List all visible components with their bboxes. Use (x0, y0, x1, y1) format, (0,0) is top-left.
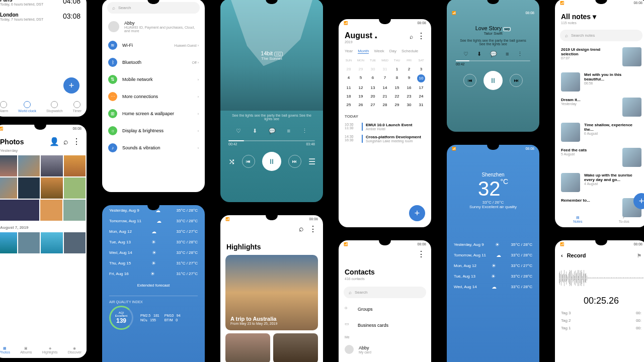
calendar-day[interactable]: 29 (391, 101, 403, 109)
weather-day-row[interactable]: Mon, Aug 12☁33°C / 27°C (102, 226, 205, 237)
month-title[interactable]: August (345, 31, 372, 40)
add-event-button[interactable]: + (409, 205, 425, 221)
note-item[interactable]: Dream it...Yesterday (555, 95, 644, 120)
more-icon[interactable]: ⋮ (72, 137, 80, 146)
calendar-day[interactable]: 12 (355, 83, 367, 92)
calendar-day[interactable]: 15 (391, 83, 403, 92)
calendar-day[interactable]: 26 (355, 101, 367, 109)
calendar-day[interactable]: 28 (343, 65, 355, 73)
playlist-icon[interactable]: ☰ (308, 157, 315, 166)
calendar-day[interactable]: 13 (367, 83, 379, 92)
more-icon[interactable]: ⋮ (309, 224, 317, 234)
thumbnail[interactable] (225, 333, 270, 362)
groups-row[interactable]: ⌾Groups (339, 301, 431, 317)
thumbnail[interactable] (64, 177, 86, 199)
event-row[interactable]: 10:3011:30EMUI 10.0 Launch EventAmber Ho… (339, 121, 431, 133)
weather-day-row[interactable]: Tue, Aug 13☀33°C / 28°C (102, 237, 205, 247)
weather-day-row[interactable]: Tomorrow, Aug 11☁33°C / 28°C (102, 216, 205, 226)
thumbnail[interactable] (0, 232, 17, 253)
thumbnail[interactable] (18, 177, 40, 199)
calendar-day[interactable]: 20 (367, 92, 379, 101)
calendar-day[interactable]: 31 (379, 65, 391, 73)
tab-year[interactable]: Year (345, 49, 353, 54)
notes-title[interactable]: All notes ▾ (561, 13, 596, 21)
calendar-day[interactable]: 27 (367, 101, 379, 109)
weather-day-row[interactable]: Mon, Aug 12☀33°C / 27°C (447, 260, 539, 271)
notes-search[interactable]: Search notes (560, 30, 642, 41)
people-icon[interactable]: 👤 (49, 137, 59, 146)
calendar-day[interactable]: 24 (415, 92, 427, 101)
tab-alarm[interactable]: Alarm (0, 101, 8, 113)
tab-notes[interactable]: ▤Notes (573, 216, 582, 223)
contacts-search[interactable]: Search (344, 287, 426, 298)
weather-day-row[interactable]: Tomorrow, Aug 11☁33°C / 28°C (447, 250, 539, 260)
thumbnail[interactable] (273, 333, 318, 362)
settings-row[interactable]: ⊞Home screen & wallpaper › (102, 105, 205, 122)
tab-week[interactable]: Week (374, 49, 384, 54)
recorder-tag[interactable]: Tag 100: (555, 324, 644, 332)
bizcards-row[interactable]: ▭Business cards (339, 317, 431, 333)
calendar-day[interactable]: 28 (379, 101, 391, 109)
calendar-day[interactable]: 18 (343, 92, 355, 101)
next-button[interactable]: ⏭ (510, 74, 523, 87)
calendar-day[interactable]: 4 (343, 73, 355, 83)
note-item[interactable]: Feed the cats5 August (555, 145, 644, 170)
calendar-day[interactable]: 21 (379, 92, 391, 101)
weather-day-row[interactable]: Yesterday, Aug 9☀35°C / 28°C (447, 239, 539, 250)
settings-row[interactable]: ♪Sounds & vibration › (102, 139, 205, 156)
calendar-day[interactable]: 22 (391, 92, 403, 101)
tab-photos[interactable]: ▦Photos (0, 346, 10, 354)
thumbnail[interactable] (41, 177, 63, 199)
add-city-button[interactable]: + (63, 77, 79, 94)
calendar-day[interactable]: 8 (391, 73, 403, 83)
weather-day-row[interactable]: Wed, Aug 14☀33°C / 28°C (102, 247, 205, 258)
note-item[interactable]: 2019 UI design trend selection07:07 (555, 44, 644, 69)
note-item[interactable]: Time shallow, experience the...6 August (555, 120, 644, 145)
highlight-card[interactable]: A trip to Australia From May 23 to May 2… (225, 255, 318, 330)
note-item[interactable]: Met with you in this beautiful...06:56 (555, 69, 644, 95)
more-icon[interactable]: ⋮ (417, 250, 425, 258)
calendar-day[interactable]: 14 (379, 83, 391, 92)
next-button[interactable]: ⏭ (288, 155, 301, 168)
calendar-day[interactable]: 29 (355, 65, 367, 73)
weather-day-row[interactable]: Fri, Aug 16☀31°C / 27°C (102, 268, 205, 279)
settings-row[interactable]: ⇅Mobile network › (102, 71, 205, 88)
settings-row[interactable]: ≋Wi-FiHuawei-Guest › (102, 37, 205, 54)
recorder-tag[interactable]: Tag 300: (555, 309, 644, 317)
calendar-day[interactable]: 16 (403, 83, 415, 92)
weather-day-row[interactable]: Thu, Aug 15☀31°C / 27°C (102, 258, 205, 268)
calendar-day[interactable]: 1 (391, 65, 403, 73)
calendar-day[interactable]: 6 (367, 73, 379, 83)
calendar-day[interactable]: 30 (367, 65, 379, 73)
tab-albums[interactable]: ▣Albums (20, 346, 32, 354)
download-icon[interactable]: ⬇ (253, 128, 257, 134)
weather-day-row[interactable]: Wed, Aug 14☁33°C / 28°C (447, 282, 539, 292)
me-contact[interactable]: AbbyMy card (339, 341, 431, 358)
thumbnail[interactable] (40, 200, 62, 221)
calendar-day[interactable]: 5 (355, 73, 367, 83)
more-icon[interactable]: ⋮ (417, 32, 425, 40)
eq-icon[interactable]: ≡ (287, 128, 290, 134)
thumbnail[interactable] (41, 232, 63, 253)
thumbnail[interactable] (0, 155, 17, 176)
search-icon[interactable]: ⌕ (63, 137, 68, 146)
calendar-day[interactable]: 2 (403, 65, 415, 73)
calendar-day[interactable]: 30 (403, 101, 415, 109)
prev-button[interactable]: ⏮ (242, 155, 255, 168)
note-item[interactable]: Wake up with the sunrise every day and g… (555, 170, 644, 195)
tab-month[interactable]: Month (358, 49, 369, 54)
settings-row[interactable]: ☼Display & brightness › (102, 122, 205, 139)
tab-highlights[interactable]: ◈Highlights (42, 346, 58, 354)
tab-timer[interactable]: Timer (72, 101, 82, 113)
calendar-day[interactable]: 3 (415, 65, 427, 73)
settings-row[interactable]: ᛒBluetoothOff › (102, 54, 205, 71)
calendar-day[interactable]: 25 (343, 101, 355, 109)
calendar-day[interactable]: 17 (415, 83, 427, 92)
pause-button[interactable]: ⏸ (484, 71, 503, 90)
thumbnail[interactable] (64, 232, 86, 253)
calendar-day[interactable]: 9 (403, 73, 415, 83)
thumbnail[interactable] (18, 155, 40, 176)
tab-day[interactable]: Day (389, 49, 396, 54)
shuffle-icon[interactable]: ⤭ (228, 157, 235, 166)
thumbnail[interactable] (41, 155, 63, 176)
